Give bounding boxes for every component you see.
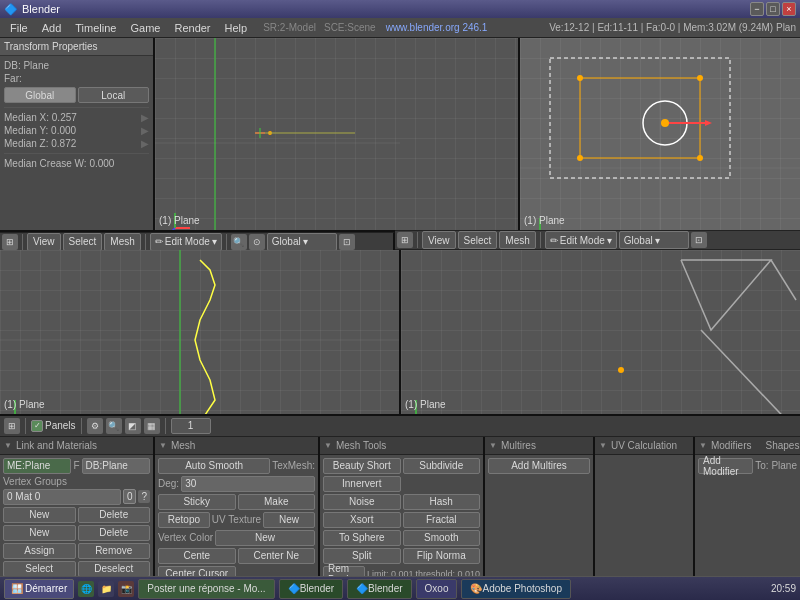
mesh-menu-r[interactable]: Mesh	[499, 231, 535, 249]
menu-file[interactable]: File	[4, 20, 34, 36]
main-layout: Transform Properties DB: Plane Far: Glob…	[0, 38, 800, 582]
to-sphere-btn[interactable]: To Sphere	[323, 530, 401, 546]
menu-help[interactable]: Help	[219, 20, 254, 36]
viewport-top-left[interactable]: (1) Plane	[155, 38, 520, 230]
mat-row: 0 Mat 0 0 ?	[3, 489, 150, 505]
split-btn[interactable]: Split	[323, 548, 401, 564]
taskbar-icon3[interactable]: 📸	[118, 581, 134, 597]
multires-header: ▼ Multires	[485, 437, 593, 455]
mesh-menu[interactable]: Mesh	[104, 233, 140, 251]
viewport-mid-right[interactable]: (1) Plane	[401, 250, 800, 414]
start-icon: 🪟	[11, 583, 23, 594]
taskbar-photoshop[interactable]: 🎨 Adobe Photoshop	[461, 579, 571, 599]
menu-game[interactable]: Game	[124, 20, 166, 36]
taskbar-icon1[interactable]: 🌐	[78, 581, 94, 597]
uv-new-btn[interactable]: New	[263, 512, 315, 528]
smooth-btn[interactable]: Smooth	[403, 530, 481, 546]
vc-new-btn[interactable]: New	[215, 530, 315, 546]
add-multires-btn[interactable]: Add Multires	[488, 458, 590, 474]
median-x-row: Median X: 0.257 ▶	[4, 112, 149, 123]
grid-bg-midright	[401, 250, 800, 414]
view-icon[interactable]: ⊞	[2, 234, 18, 250]
add-modifier-btn[interactable]: Add Modifier	[698, 458, 753, 474]
center-ne-btn[interactable]: Center Ne	[238, 548, 316, 564]
view-menu[interactable]: View	[27, 233, 61, 251]
global-btn[interactable]: Global	[4, 87, 76, 103]
remove-btn[interactable]: Remove	[78, 543, 151, 559]
select-menu[interactable]: Select	[63, 233, 103, 251]
grid-bg-midleft	[0, 250, 399, 414]
view-menu-r[interactable]: View	[422, 231, 456, 249]
panel-icon4[interactable]: ◩	[125, 418, 141, 434]
menu-add[interactable]: Add	[36, 20, 68, 36]
median-x-label: Median X: 0.257	[4, 112, 77, 123]
flip-norma-btn[interactable]: Flip Norma	[403, 548, 481, 564]
retopo-btn[interactable]: Retopo	[158, 512, 210, 528]
xsort-btn[interactable]: Xsort	[323, 512, 401, 528]
median-y-row: Median Y: 0.000 ▶	[4, 125, 149, 136]
make-btn[interactable]: Make	[238, 494, 316, 510]
sticky-btn[interactable]: Sticky	[158, 494, 236, 510]
local-btn[interactable]: Local	[78, 87, 150, 103]
maximize-button[interactable]: □	[766, 2, 780, 16]
center-btn[interactable]: Cente	[158, 548, 236, 564]
icon-snap[interactable]: ⊙	[249, 234, 265, 250]
viewport-top-right[interactable]: (1) Plane	[520, 38, 800, 230]
menu-timeline[interactable]: Timeline	[69, 20, 122, 36]
assign-btn[interactable]: Assign	[3, 543, 76, 559]
icon-layers[interactable]: ⊡	[339, 234, 355, 250]
auto-smooth-btn[interactable]: Auto Smooth	[158, 458, 270, 474]
new1-btn[interactable]: New	[3, 507, 76, 523]
taskbar-app3[interactable]: 🔷 Blender	[347, 579, 411, 599]
deg-field[interactable]: 30	[181, 476, 315, 492]
taskbar-oxoo[interactable]: Oxoo	[416, 579, 458, 599]
menu-bar: File Add Timeline Game Render Help SR:2-…	[0, 18, 800, 38]
icon-magnet[interactable]: 🔍	[231, 234, 247, 250]
fractal-btn[interactable]: Fractal	[403, 512, 481, 528]
db-plane-field[interactable]: DB:Plane	[82, 458, 150, 474]
triangle-icon6: ▼	[699, 441, 707, 450]
view-icon-r[interactable]: ⊞	[397, 232, 413, 248]
beauty-short-btn[interactable]: Beauty Short	[323, 458, 401, 474]
taskbar-icon2[interactable]: 📁	[98, 581, 114, 597]
select-menu-r[interactable]: Select	[458, 231, 498, 249]
taskbar-app2[interactable]: 🔷 Blender	[279, 579, 343, 599]
transform-dropdown[interactable]: Global ▾	[267, 233, 337, 251]
panels-check[interactable]: ✓ Panels	[31, 420, 76, 432]
panel-icon3[interactable]: 🔍	[106, 418, 122, 434]
deselect-btn[interactable]: Deselect	[78, 561, 151, 577]
panel-icon[interactable]: ⊞	[4, 418, 20, 434]
subdivide-btn[interactable]: Subdivide	[403, 458, 481, 474]
mode-dropdown[interactable]: ✏ Edit Mode ▾	[150, 233, 222, 251]
mode-dropdown-r[interactable]: ✏ Edit Mode ▾	[545, 231, 617, 249]
scene-label: SCE:Scene	[324, 22, 376, 33]
median-y-label: Median Y: 0.000	[4, 125, 76, 136]
taskbar-app1[interactable]: Poster une réponse - Mo...	[138, 579, 274, 599]
close-button[interactable]: ×	[782, 2, 796, 16]
innervert-btn[interactable]: Innervert	[323, 476, 401, 492]
mesh-tools-body: Beauty Short Subdivide Innervert Noise H…	[320, 455, 483, 582]
viewport-mid-left[interactable]: (1) Plane	[0, 250, 401, 414]
minimize-button[interactable]: −	[750, 2, 764, 16]
icon-r-extra[interactable]: ⊡	[691, 232, 707, 248]
noise-btn[interactable]: Noise	[323, 494, 401, 510]
sep-r2	[540, 232, 541, 248]
delete2-btn[interactable]: Delete	[78, 525, 151, 541]
mat-field[interactable]: 0 Mat 0	[3, 489, 121, 505]
new2-btn[interactable]: New	[3, 525, 76, 541]
panel-icon2[interactable]: ⚙	[87, 418, 103, 434]
panel-icon5[interactable]: ▦	[144, 418, 160, 434]
viewport-topright-label: (1) Plane	[524, 215, 565, 226]
menu-render[interactable]: Render	[168, 20, 216, 36]
me-plane-field[interactable]: ME:Plane	[3, 458, 71, 474]
select-btn[interactable]: Select	[3, 561, 76, 577]
transform-dropdown-r[interactable]: Global ▾	[619, 231, 689, 249]
properties-body: DB: Plane Far: Global Local Median X: 0.…	[0, 56, 153, 175]
delete1-btn[interactable]: Delete	[78, 507, 151, 523]
hash-btn[interactable]: Hash	[403, 494, 481, 510]
stats-label: Ve:12-12 | Ed:11-11 | Fa:0-0 | Mem:3.02M…	[549, 22, 796, 33]
multires-panel: ▼ Multires Add Multires	[485, 437, 595, 582]
vertex-groups-label: Vertex Groups	[3, 476, 150, 487]
num-field[interactable]: 1	[171, 418, 211, 434]
start-button[interactable]: 🪟 Démarrer	[4, 579, 74, 599]
